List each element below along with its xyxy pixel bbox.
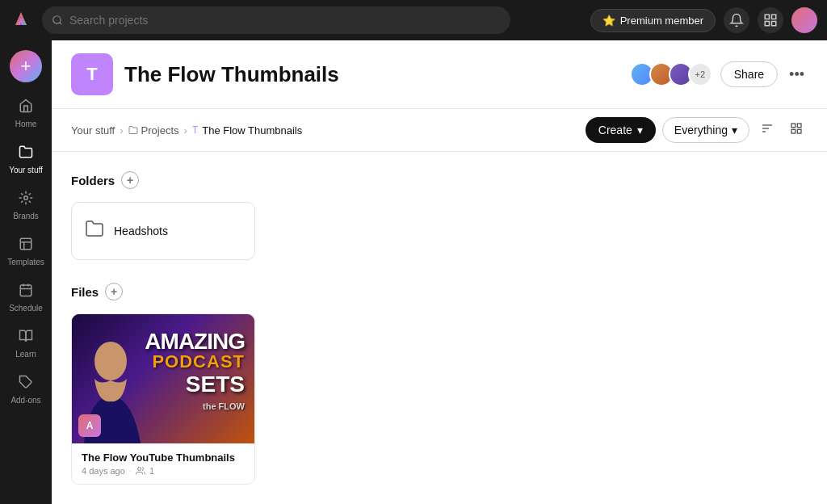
create-chevron-icon: ▾ [637,124,643,136]
files-title: Files [71,285,99,299]
sidebar-addons-label: Add-ons [10,396,40,405]
thumbnail-line3: SETS [145,371,245,398]
folder-headshots-name: Headshots [114,225,168,237]
sidebar-templates-label: Templates [7,258,44,267]
create-label: Create [598,124,632,136]
svg-rect-8 [20,285,31,296]
filter-dropdown[interactable]: Everything ▾ [662,117,749,143]
folder-headshots[interactable]: Headshots [71,202,255,260]
svg-rect-16 [791,124,796,128]
sort-view-button[interactable] [756,117,779,143]
create-button-toolbar[interactable]: Create ▾ [586,117,656,143]
app-logo[interactable] [10,9,32,32]
content-area: T The Flow Thumbnails +2 Share ••• [52,40,827,504]
file-card-0[interactable]: AMAZING PODCAST SETS the FLOW A The Flow… [71,313,255,485]
thumbnail-text: AMAZING PODCAST SETS the FLOW [145,330,245,411]
your-stuff-icon [19,145,33,163]
project-header: T The Flow Thumbnails +2 Share ••• [52,40,827,109]
share-button[interactable]: Share [720,61,778,87]
schedule-icon [19,283,33,301]
learn-icon [19,329,33,347]
folders-title: Folders [71,174,115,187]
user-avatar[interactable] [791,7,817,33]
sidebar-item-your-stuff[interactable]: Your stuff [3,138,48,181]
brands-icon [19,191,33,209]
add-folder-icon: + [127,174,133,187]
project-header-left: T The Flow Thumbnails [71,53,339,95]
sidebar-learn-label: Learn [15,350,36,359]
svg-point-21 [137,468,141,471]
thumbnail-logo: A [78,414,101,437]
breadcrumb: Your stuff › Projects › T The Flow Thumb… [71,124,302,136]
svg-point-20 [94,342,127,380]
grid-icon [790,122,803,135]
home-icon [19,99,33,117]
breadcrumb-sep-2: › [184,124,187,136]
svg-rect-19 [791,129,796,133]
sidebar-item-brands[interactable]: Brands [3,184,48,227]
sidebar-home-label: Home [15,120,37,128]
project-icon: T [71,53,113,95]
files-section-header: Files + [71,283,808,300]
folders-section-header: Folders + [71,171,808,189]
thumbnail-brand: the FLOW [145,401,245,411]
breadcrumb-bar: Your stuff › Projects › T The Flow Thumb… [52,109,827,152]
svg-rect-4 [772,22,776,26]
files-grid: AMAZING PODCAST SETS the FLOW A The Flow… [71,313,808,485]
sidebar: + Home Your stuff Brand [0,40,52,504]
sidebar-item-home[interactable]: Home [3,92,48,135]
svg-rect-17 [797,124,801,128]
apps-button[interactable] [758,7,783,33]
collaborators-icon [136,466,145,476]
thumbnail-line2: PODCAST [145,353,245,371]
grid-view-button[interactable] [785,117,808,143]
sidebar-item-learn[interactable]: Learn [3,322,48,365]
create-button[interactable]: + [10,50,42,82]
sort-icon [761,122,774,135]
more-icon: ••• [789,66,804,82]
project-header-right: +2 Share ••• [630,61,808,87]
filter-label: Everything [674,124,728,136]
file-collaborators-0: 1 [149,466,154,476]
svg-rect-5 [765,22,769,26]
sidebar-brands-label: Brands [13,212,39,220]
search-input[interactable] [69,14,501,27]
premium-label: Premium member [620,15,703,27]
avatar-stack: +2 [630,62,712,86]
breadcrumb-projects[interactable]: Projects [141,124,179,136]
breadcrumb-current-icon: T [192,124,198,136]
project-title: The Flow Thumbnails [124,62,339,87]
search-icon [52,15,63,26]
sidebar-your-stuff-label: Your stuff [9,166,43,174]
svg-rect-7 [20,238,31,250]
breadcrumb-your-stuff[interactable]: Your stuff [71,124,115,136]
main-content: Folders + Headshots Files [52,152,827,504]
svg-rect-3 [772,15,776,19]
file-meta-0: 4 days ago · 1 [82,466,245,476]
filter-chevron-icon: ▾ [732,124,737,136]
premium-button[interactable]: ⭐ Premium member [590,9,716,32]
add-folder-button[interactable]: + [121,171,139,189]
toolbar-right: Create ▾ Everything ▾ [586,117,808,143]
folders-grid: Headshots [71,202,808,260]
avatar-more: +2 [688,62,712,86]
notifications-button[interactable] [724,7,749,33]
premium-icon: ⭐ [602,15,615,27]
addons-icon [19,375,33,393]
main-layout: + Home Your stuff Brand [0,40,827,504]
thumbnail-line1: AMAZING [145,330,245,353]
more-options-button[interactable]: ••• [786,63,808,86]
search-bar[interactable] [42,6,510,34]
bell-icon [729,13,744,27]
templates-icon [19,237,33,255]
sidebar-item-schedule[interactable]: Schedule [3,276,48,319]
file-date-0: 4 days ago [82,466,125,476]
sidebar-item-templates[interactable]: Templates [3,230,48,273]
projects-folder-icon [128,125,138,135]
svg-point-6 [24,196,28,200]
add-file-button[interactable]: + [105,283,123,300]
sidebar-item-addons[interactable]: Add-ons [3,368,48,411]
create-plus-icon: + [21,56,31,77]
breadcrumb-sep-1: › [120,124,123,136]
add-file-icon: + [111,285,117,298]
